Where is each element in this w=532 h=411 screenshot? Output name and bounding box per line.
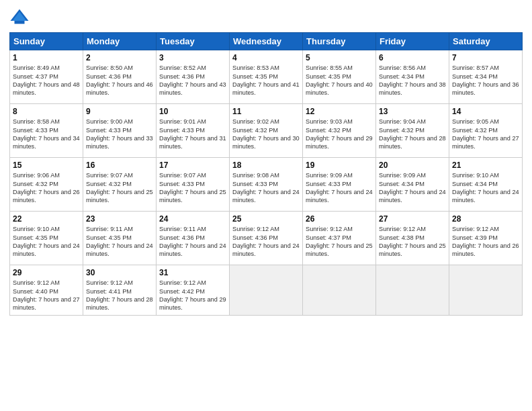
calendar-cell: 15Sunrise: 9:06 AMSunset: 4:32 PMDayligh… bbox=[10, 158, 83, 212]
calendar-cell: 6Sunrise: 8:56 AMSunset: 4:34 PMDaylight… bbox=[376, 50, 449, 104]
day-info: Sunrise: 9:11 AMSunset: 4:35 PMDaylight:… bbox=[86, 225, 153, 259]
calendar-cell bbox=[230, 265, 303, 316]
day-number: 21 bbox=[452, 160, 519, 171]
day-info: Sunrise: 9:08 AMSunset: 4:33 PMDaylight:… bbox=[232, 171, 300, 205]
calendar-cell: 7Sunrise: 8:57 AMSunset: 4:34 PMDaylight… bbox=[449, 50, 523, 104]
day-info: Sunrise: 8:58 AMSunset: 4:33 PMDaylight:… bbox=[13, 118, 80, 151]
logo bbox=[9, 7, 32, 27]
day-number: 10 bbox=[159, 106, 226, 117]
day-number: 31 bbox=[159, 267, 226, 278]
day-info: Sunrise: 8:50 AMSunset: 4:36 PMDaylight:… bbox=[86, 64, 153, 97]
calendar-cell: 20Sunrise: 9:09 AMSunset: 4:34 PMDayligh… bbox=[376, 158, 449, 212]
day-info: Sunrise: 9:12 AMSunset: 4:42 PMDaylight:… bbox=[159, 279, 226, 312]
calendar-cell: 12Sunrise: 9:03 AMSunset: 4:32 PMDayligh… bbox=[303, 104, 376, 158]
calendar-cell: 23Sunrise: 9:11 AMSunset: 4:35 PMDayligh… bbox=[83, 212, 157, 265]
day-info: Sunrise: 8:49 AMSunset: 4:37 PMDaylight:… bbox=[13, 64, 80, 97]
calendar-cell: 26Sunrise: 9:12 AMSunset: 4:37 PMDayligh… bbox=[303, 212, 376, 265]
calendar-cell: 13Sunrise: 9:04 AMSunset: 4:32 PMDayligh… bbox=[376, 104, 449, 158]
day-number: 26 bbox=[306, 214, 373, 224]
week-row-3: 15Sunrise: 9:06 AMSunset: 4:32 PMDayligh… bbox=[10, 158, 523, 212]
weekday-header-row: SundayMondayTuesdayWednesdayThursdayFrid… bbox=[10, 33, 523, 50]
calendar-cell: 5Sunrise: 8:55 AMSunset: 4:35 PMDaylight… bbox=[303, 50, 376, 104]
calendar-cell: 28Sunrise: 9:12 AMSunset: 4:39 PMDayligh… bbox=[449, 212, 523, 265]
day-info: Sunrise: 9:12 AMSunset: 4:39 PMDaylight:… bbox=[452, 225, 519, 259]
day-number: 29 bbox=[13, 267, 80, 278]
calendar-cell: 9Sunrise: 9:00 AMSunset: 4:33 PMDaylight… bbox=[83, 104, 157, 158]
weekday-sunday: Sunday bbox=[10, 33, 83, 50]
day-number: 30 bbox=[86, 267, 153, 278]
day-number: 13 bbox=[379, 106, 446, 117]
day-number: 17 bbox=[159, 160, 226, 171]
day-number: 18 bbox=[232, 160, 300, 171]
calendar-cell: 16Sunrise: 9:07 AMSunset: 4:32 PMDayligh… bbox=[83, 158, 157, 212]
logo-icon bbox=[9, 7, 30, 27]
day-number: 1 bbox=[13, 52, 80, 63]
day-info: Sunrise: 9:09 AMSunset: 4:34 PMDaylight:… bbox=[379, 171, 446, 205]
calendar-cell: 14Sunrise: 9:05 AMSunset: 4:32 PMDayligh… bbox=[449, 104, 523, 158]
calendar-cell: 11Sunrise: 9:02 AMSunset: 4:32 PMDayligh… bbox=[230, 104, 303, 158]
day-number: 15 bbox=[13, 160, 80, 171]
day-info: Sunrise: 8:57 AMSunset: 4:34 PMDaylight:… bbox=[452, 64, 519, 97]
day-number: 9 bbox=[86, 106, 153, 117]
day-info: Sunrise: 9:09 AMSunset: 4:33 PMDaylight:… bbox=[306, 171, 373, 205]
day-info: Sunrise: 9:01 AMSunset: 4:33 PMDaylight:… bbox=[159, 118, 226, 151]
calendar-cell: 24Sunrise: 9:11 AMSunset: 4:36 PMDayligh… bbox=[157, 212, 230, 265]
calendar-cell bbox=[303, 265, 376, 316]
day-info: Sunrise: 9:12 AMSunset: 4:38 PMDaylight:… bbox=[379, 225, 446, 259]
calendar-cell: 27Sunrise: 9:12 AMSunset: 4:38 PMDayligh… bbox=[376, 212, 449, 265]
day-info: Sunrise: 9:11 AMSunset: 4:36 PMDaylight:… bbox=[159, 225, 226, 259]
calendar-cell: 18Sunrise: 9:08 AMSunset: 4:33 PMDayligh… bbox=[230, 158, 303, 212]
day-info: Sunrise: 8:55 AMSunset: 4:35 PMDaylight:… bbox=[306, 64, 373, 97]
calendar-cell: 1Sunrise: 8:49 AMSunset: 4:37 PMDaylight… bbox=[10, 50, 83, 104]
weekday-monday: Monday bbox=[83, 33, 157, 50]
day-info: Sunrise: 9:07 AMSunset: 4:33 PMDaylight:… bbox=[159, 171, 226, 205]
day-number: 7 bbox=[452, 52, 519, 63]
day-info: Sunrise: 9:12 AMSunset: 4:36 PMDaylight:… bbox=[232, 225, 300, 259]
week-row-2: 8Sunrise: 8:58 AMSunset: 4:33 PMDaylight… bbox=[10, 104, 523, 158]
day-number: 24 bbox=[159, 214, 226, 224]
week-row-4: 22Sunrise: 9:10 AMSunset: 4:35 PMDayligh… bbox=[10, 212, 523, 265]
day-number: 22 bbox=[13, 214, 80, 224]
day-info: Sunrise: 9:02 AMSunset: 4:32 PMDaylight:… bbox=[232, 118, 300, 151]
weekday-friday: Friday bbox=[376, 33, 449, 50]
day-info: Sunrise: 8:56 AMSunset: 4:34 PMDaylight:… bbox=[379, 64, 446, 97]
calendar-cell: 2Sunrise: 8:50 AMSunset: 4:36 PMDaylight… bbox=[83, 50, 157, 104]
day-info: Sunrise: 9:05 AMSunset: 4:32 PMDaylight:… bbox=[452, 118, 519, 151]
calendar-cell: 22Sunrise: 9:10 AMSunset: 4:35 PMDayligh… bbox=[10, 212, 83, 265]
day-number: 27 bbox=[379, 214, 446, 224]
week-row-5: 29Sunrise: 9:12 AMSunset: 4:40 PMDayligh… bbox=[10, 265, 523, 316]
week-row-1: 1Sunrise: 8:49 AMSunset: 4:37 PMDaylight… bbox=[10, 50, 523, 104]
weekday-thursday: Thursday bbox=[303, 33, 376, 50]
page-header bbox=[9, 7, 523, 27]
calendar-cell: 17Sunrise: 9:07 AMSunset: 4:33 PMDayligh… bbox=[157, 158, 230, 212]
day-info: Sunrise: 9:12 AMSunset: 4:37 PMDaylight:… bbox=[306, 225, 373, 259]
calendar-cell: 10Sunrise: 9:01 AMSunset: 4:33 PMDayligh… bbox=[157, 104, 230, 158]
day-number: 12 bbox=[306, 106, 373, 117]
day-info: Sunrise: 9:00 AMSunset: 4:33 PMDaylight:… bbox=[86, 118, 153, 151]
svg-rect-2 bbox=[15, 21, 25, 24]
day-info: Sunrise: 9:10 AMSunset: 4:35 PMDaylight:… bbox=[13, 225, 80, 259]
calendar-cell: 25Sunrise: 9:12 AMSunset: 4:36 PMDayligh… bbox=[230, 212, 303, 265]
day-number: 25 bbox=[232, 214, 300, 224]
day-number: 19 bbox=[306, 160, 373, 171]
weekday-tuesday: Tuesday bbox=[157, 33, 230, 50]
day-info: Sunrise: 9:06 AMSunset: 4:32 PMDaylight:… bbox=[13, 171, 80, 205]
day-number: 5 bbox=[306, 52, 373, 63]
day-number: 3 bbox=[159, 52, 226, 63]
calendar-cell: 8Sunrise: 8:58 AMSunset: 4:33 PMDaylight… bbox=[10, 104, 83, 158]
calendar-cell: 19Sunrise: 9:09 AMSunset: 4:33 PMDayligh… bbox=[303, 158, 376, 212]
day-number: 28 bbox=[452, 214, 519, 224]
day-info: Sunrise: 8:53 AMSunset: 4:35 PMDaylight:… bbox=[232, 64, 300, 97]
day-info: Sunrise: 9:07 AMSunset: 4:32 PMDaylight:… bbox=[86, 171, 153, 205]
weekday-wednesday: Wednesday bbox=[230, 33, 303, 50]
calendar-cell bbox=[449, 265, 523, 316]
calendar-cell bbox=[376, 265, 449, 316]
day-number: 11 bbox=[232, 106, 300, 117]
day-number: 4 bbox=[232, 52, 300, 63]
day-number: 8 bbox=[13, 106, 80, 117]
day-info: Sunrise: 9:12 AMSunset: 4:40 PMDaylight:… bbox=[13, 279, 80, 312]
calendar-cell: 29Sunrise: 9:12 AMSunset: 4:40 PMDayligh… bbox=[10, 265, 83, 316]
calendar-cell: 21Sunrise: 9:10 AMSunset: 4:34 PMDayligh… bbox=[449, 158, 523, 212]
calendar-cell: 4Sunrise: 8:53 AMSunset: 4:35 PMDaylight… bbox=[230, 50, 303, 104]
day-info: Sunrise: 9:03 AMSunset: 4:32 PMDaylight:… bbox=[306, 118, 373, 151]
